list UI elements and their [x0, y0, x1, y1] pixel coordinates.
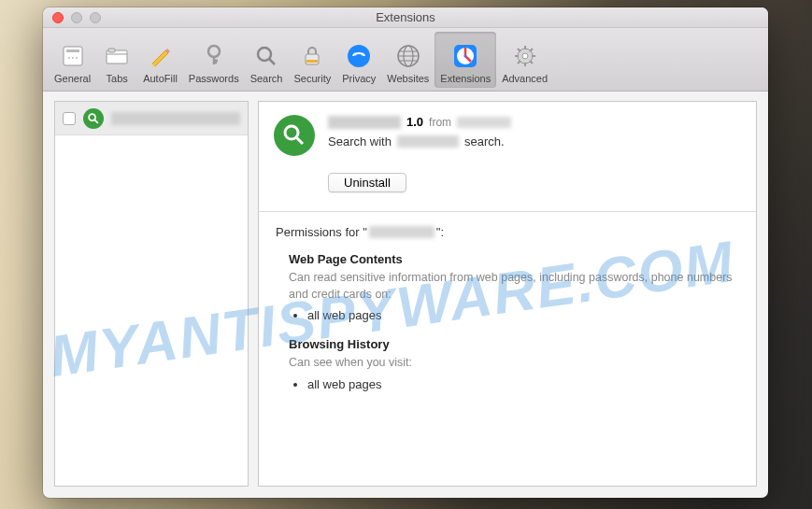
tab-label: Security [293, 73, 331, 84]
from-label: from [429, 116, 451, 129]
tab-label: Search [250, 73, 283, 84]
permission-item: all web pages [307, 308, 739, 322]
permission-heading: Web Page Contents [289, 252, 739, 266]
advanced-icon [510, 41, 540, 71]
perm-title-prefix: Permissions for " [276, 225, 367, 239]
tab-label: Extensions [440, 73, 491, 84]
perm-title-suffix: ": [436, 225, 444, 239]
svg-point-12 [348, 45, 370, 67]
tab-security[interactable]: Security [288, 32, 336, 88]
permission-browsing-history: Browsing History Can see when you visit:… [289, 337, 739, 391]
tab-general[interactable]: General [49, 32, 96, 88]
extension-detail: 1.0 from Search with search. Uninstall [258, 101, 757, 487]
extension-name-redacted [328, 116, 401, 129]
extension-icon-small [83, 108, 104, 129]
tab-advanced[interactable]: Advanced [496, 32, 553, 88]
permission-item: all web pages [307, 377, 739, 391]
autofill-icon [145, 41, 175, 71]
permissions-section: Permissions for " ": Web Page Contents C… [259, 212, 756, 419]
tab-label: Passwords [189, 73, 239, 84]
detail-header: 1.0 from Search with search. Uninstall [259, 102, 756, 204]
desc-prefix: Search with [328, 134, 392, 148]
svg-point-8 [258, 48, 271, 61]
permission-web-contents: Web Page Contents Can read sensitive inf… [289, 252, 739, 322]
extension-version: 1.0 [406, 115, 423, 129]
tab-label: Advanced [502, 73, 548, 84]
extensions-list [54, 101, 249, 487]
tab-extensions[interactable]: Extensions [434, 32, 496, 88]
content-area: 1.0 from Search with search. Uninstall [43, 92, 768, 498]
svg-point-23 [285, 126, 298, 139]
extension-description: Search with search. [328, 134, 741, 148]
preferences-window: Extensions General Tabs AutoFill Passwor… [43, 7, 768, 498]
svg-point-7 [208, 46, 220, 57]
tab-tabs[interactable]: Tabs [96, 32, 137, 88]
tab-label: General [54, 73, 91, 84]
svg-point-22 [89, 114, 95, 120]
svg-point-3 [72, 57, 74, 59]
tab-label: AutoFill [143, 73, 178, 84]
svg-point-19 [464, 54, 467, 57]
extension-list-item[interactable] [55, 102, 248, 135]
extension-name-redacted [111, 112, 240, 125]
security-icon [297, 41, 327, 71]
tab-autofill[interactable]: AutoFill [137, 32, 183, 88]
permission-heading: Browsing History [289, 337, 739, 351]
uninstall-button[interactable]: Uninstall [328, 173, 406, 192]
extension-title-line: 1.0 from [328, 115, 741, 129]
svg-rect-6 [108, 49, 115, 52]
svg-rect-9 [306, 54, 319, 64]
desc-redacted [397, 135, 459, 148]
svg-point-13 [354, 52, 357, 55]
tab-search[interactable]: Search [245, 32, 289, 88]
svg-point-14 [362, 52, 364, 55]
perm-name-redacted [369, 226, 434, 238]
passwords-icon [199, 41, 229, 71]
tab-label: Websites [387, 73, 429, 84]
websites-icon [393, 41, 423, 71]
svg-point-2 [68, 57, 70, 59]
tab-label: Tabs [107, 73, 128, 84]
titlebar[interactable]: Extensions [43, 7, 768, 28]
privacy-icon [344, 41, 374, 71]
general-icon [58, 41, 88, 71]
extension-enable-checkbox[interactable] [63, 112, 76, 125]
permission-list: all web pages [307, 308, 739, 322]
toolbar: General Tabs AutoFill Passwords Search [43, 28, 768, 92]
tabs-icon [102, 41, 132, 71]
permission-description: Can see when you visit: [289, 355, 739, 372]
search-icon [251, 41, 281, 71]
permissions-title: Permissions for " ": [276, 225, 739, 239]
tab-websites[interactable]: Websites [381, 32, 434, 88]
svg-rect-1 [66, 49, 79, 52]
tab-privacy[interactable]: Privacy [336, 32, 381, 88]
extension-icon-large [274, 115, 315, 156]
svg-point-4 [76, 57, 78, 59]
permission-list: all web pages [307, 377, 739, 391]
extension-author-redacted [457, 117, 511, 128]
permission-description: Can read sensitive information from web … [289, 270, 739, 303]
window-title: Extensions [43, 10, 768, 24]
svg-rect-10 [306, 60, 318, 63]
desc-suffix: search. [464, 134, 505, 148]
tab-passwords[interactable]: Passwords [183, 32, 245, 88]
tab-label: Privacy [342, 73, 376, 84]
extensions-icon [450, 41, 480, 71]
svg-point-21 [522, 53, 528, 59]
